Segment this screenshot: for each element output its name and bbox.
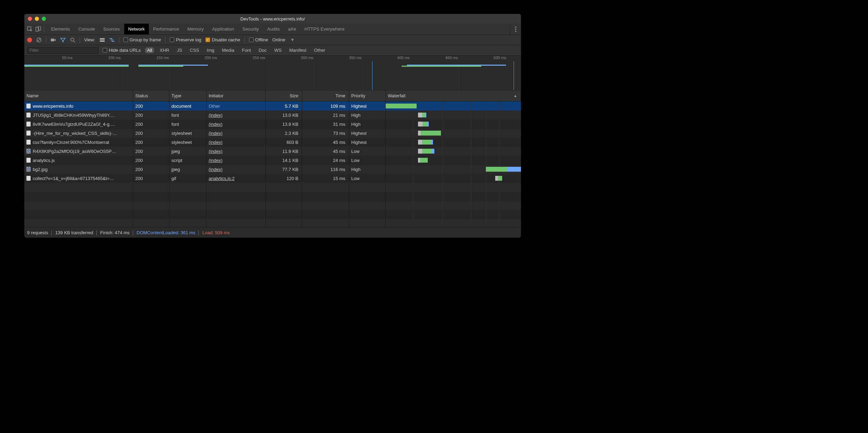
- filter-type-img[interactable]: Img: [205, 47, 217, 53]
- header-priority[interactable]: Priority: [349, 90, 386, 101]
- tab-performance[interactable]: Performance: [149, 24, 183, 34]
- device-toggle-icon[interactable]: [35, 26, 41, 32]
- timeline-overview[interactable]: 50 ms100 ms150 ms200 ms250 ms300 ms350 m…: [24, 56, 521, 90]
- close-icon[interactable]: [28, 17, 32, 21]
- table-row[interactable]: 8vIK7ww63mVu7gtzdUPuE2ZaGf_4-g.…200font(…: [24, 120, 521, 129]
- filter-type-all[interactable]: All: [145, 47, 154, 53]
- request-initiator[interactable]: (index): [209, 122, 223, 127]
- header-name[interactable]: Name: [24, 90, 133, 101]
- request-waterfall: [386, 120, 521, 129]
- search-icon[interactable]: [70, 37, 75, 43]
- chevron-down-icon: ▼: [290, 37, 295, 42]
- request-initiator[interactable]: (index): [209, 167, 223, 172]
- group-by-frame-checkbox[interactable]: Group by frame: [123, 37, 161, 42]
- hide-data-urls-checkbox[interactable]: Hide data URLs: [103, 48, 141, 53]
- empty-row: [24, 210, 521, 219]
- request-waterfall: [386, 129, 521, 138]
- svg-rect-12: [100, 40, 105, 40]
- tab-console[interactable]: Console: [74, 24, 99, 34]
- more-options-icon[interactable]: [510, 24, 521, 34]
- tab-memory[interactable]: Memory: [183, 24, 208, 34]
- file-icon: [26, 131, 31, 136]
- disable-cache-checkbox[interactable]: Disable cache: [206, 37, 240, 42]
- request-size: 13.0 KB: [266, 111, 302, 120]
- request-status: 200: [133, 174, 169, 183]
- camera-icon[interactable]: [50, 37, 56, 43]
- tab-elements[interactable]: Elements: [47, 24, 74, 34]
- request-type: stylesheet: [169, 129, 207, 138]
- filter-type-manifest[interactable]: Manifest: [287, 47, 308, 53]
- table-row[interactable]: css?family=Cinzel:900%7CMontserrat200sty…: [24, 138, 521, 147]
- tab-audits[interactable]: Audits: [263, 24, 284, 34]
- header-time[interactable]: Time: [302, 90, 349, 101]
- request-type: gif: [169, 174, 207, 183]
- request-initiator[interactable]: (index): [209, 149, 223, 154]
- request-waterfall: [386, 138, 521, 147]
- filter-icon[interactable]: [60, 37, 66, 43]
- tick-label: 250 ms: [253, 56, 265, 60]
- header-size[interactable]: Size: [266, 90, 302, 101]
- sort-asc-icon: ▲: [514, 94, 517, 98]
- filter-type-ws[interactable]: WS: [272, 47, 284, 53]
- table-row[interactable]: R4X8KtPg2a2MfOGj19_asW6OeOS5P…200jpeg(in…: [24, 147, 521, 156]
- view-waterfall-icon[interactable]: [109, 37, 115, 43]
- filter-type-media[interactable]: Media: [220, 47, 236, 53]
- table-row[interactable]: www.ericperrets.info200documentOther5.7 …: [24, 101, 521, 111]
- tick-label: 350 ms: [349, 56, 362, 60]
- table-row[interactable]: JTUSjIg1_i6t8kCHKm459WlhyyTh89Y.…200font…: [24, 111, 521, 120]
- header-initiator[interactable]: Initiator: [207, 90, 266, 101]
- offline-checkbox[interactable]: Offline: [249, 37, 268, 42]
- throttling-select[interactable]: Online ▼: [272, 37, 295, 42]
- filter-type-font[interactable]: Font: [240, 47, 253, 53]
- filter-type-other[interactable]: Other: [312, 47, 328, 53]
- header-waterfall[interactable]: Waterfall ▲: [386, 90, 521, 101]
- table-row[interactable]: -(Hire_me_for_my_wicked_CSS_skills)-…200…: [24, 129, 521, 138]
- request-initiator[interactable]: (index): [209, 131, 223, 136]
- filter-type-xhr[interactable]: XHR: [158, 47, 171, 53]
- tick-label: 50 ms: [62, 56, 73, 60]
- filter-type-js[interactable]: JS: [175, 47, 184, 53]
- separator: [80, 37, 80, 43]
- maximize-icon[interactable]: [42, 17, 46, 21]
- separator: [44, 26, 44, 32]
- tab-axe[interactable]: aXe: [284, 24, 300, 34]
- request-size: 77.7 KB: [266, 165, 302, 174]
- empty-row: [24, 201, 521, 210]
- tick-label: 450 ms: [445, 56, 458, 60]
- preserve-log-checkbox[interactable]: Preserve log: [170, 37, 201, 42]
- request-initiator[interactable]: (index): [209, 158, 223, 163]
- overview-lane: [24, 66, 129, 67]
- request-priority: Low: [349, 147, 386, 156]
- view-list-icon[interactable]: [99, 37, 105, 43]
- request-status: 200: [133, 111, 169, 120]
- table-row[interactable]: analytics.js200script(index)14.1 KB24 ms…: [24, 156, 521, 165]
- request-time: 31 ms: [302, 120, 349, 129]
- request-initiator[interactable]: (index): [209, 113, 223, 118]
- request-initiator[interactable]: (index): [209, 140, 223, 145]
- tab-sources[interactable]: Sources: [99, 24, 124, 34]
- filter-type-css[interactable]: CSS: [188, 47, 201, 53]
- request-status: 200: [133, 156, 169, 165]
- tab-security[interactable]: Security: [238, 24, 263, 34]
- table-row[interactable]: bg2.jpg200jpeg(index)77.7 KB116 msHigh: [24, 165, 521, 174]
- tab-https-everywhere[interactable]: HTTPS Everywhere: [300, 24, 349, 34]
- image-file-icon: [26, 149, 31, 154]
- inspect-element-icon[interactable]: [27, 26, 33, 32]
- request-initiator[interactable]: analytics.js:2: [209, 176, 234, 181]
- header-type[interactable]: Type: [169, 90, 207, 101]
- request-size: 2.3 KB: [266, 129, 302, 138]
- record-icon[interactable]: [27, 38, 32, 42]
- minimize-icon[interactable]: [35, 17, 39, 21]
- sb-load: Load: 509 ms: [202, 230, 230, 235]
- filter-type-doc[interactable]: Doc: [257, 47, 269, 53]
- request-type: jpeg: [169, 147, 207, 156]
- tab-application[interactable]: Application: [208, 24, 239, 34]
- clear-icon[interactable]: [36, 37, 42, 43]
- header-status[interactable]: Status: [133, 90, 169, 101]
- filter-input[interactable]: [27, 47, 98, 54]
- svg-rect-14: [110, 38, 112, 39]
- tab-network[interactable]: Network: [124, 24, 149, 34]
- table-row[interactable]: collect?v=1&_v=j68&a=871375465&t=…200gif…: [24, 174, 521, 183]
- throttling-value: Online: [272, 37, 286, 42]
- status-bar: 9 requests │ 139 KB transferred │ Finish…: [24, 227, 521, 238]
